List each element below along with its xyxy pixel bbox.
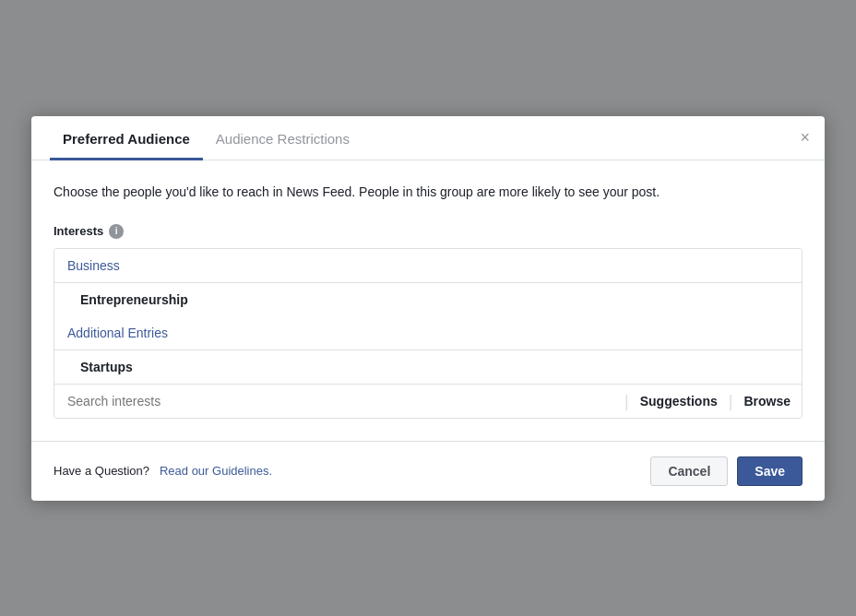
tab-preferred-audience[interactable]: Preferred Audience [50,116,203,160]
modal-body: Choose the people you'd like to reach in… [31,160,825,433]
save-button[interactable]: Save [737,456,802,486]
interests-label-text: Interests [54,224,103,238]
tab-bar: Preferred Audience Audience Restrictions… [31,116,825,160]
modal-dialog: Preferred Audience Audience Restrictions… [31,116,825,501]
description-text: Choose the people you'd like to reach in… [54,183,802,202]
interest-item-entrepreneurship: Entrepreneurship [54,282,802,316]
tab-audience-restrictions[interactable]: Audience Restrictions [203,116,363,160]
interest-item-startups: Startups [54,349,802,384]
info-icon[interactable]: i [109,224,124,239]
close-button[interactable]: × [800,129,810,146]
search-interests-input[interactable] [54,385,624,418]
interests-label: Interests i [54,224,802,239]
help-text: Have a Question? [54,464,149,478]
interest-category-business[interactable]: Business [54,249,802,282]
modal-footer: Have a Question? Read our Guidelines. Ca… [31,441,825,501]
interest-category-additional[interactable]: Additional Entries [54,316,802,349]
interests-search-row: | Suggestions | Browse [54,384,802,418]
footer-actions: Cancel Save [650,456,802,486]
footer-help: Have a Question? Read our Guidelines. [54,464,272,478]
suggestions-button[interactable]: Suggestions [629,385,729,418]
interests-box: Business Entrepreneurship Additional Ent… [54,248,802,419]
browse-button[interactable]: Browse [732,385,802,418]
cancel-button[interactable]: Cancel [650,456,728,486]
guidelines-link[interactable]: Read our Guidelines. [160,464,272,478]
